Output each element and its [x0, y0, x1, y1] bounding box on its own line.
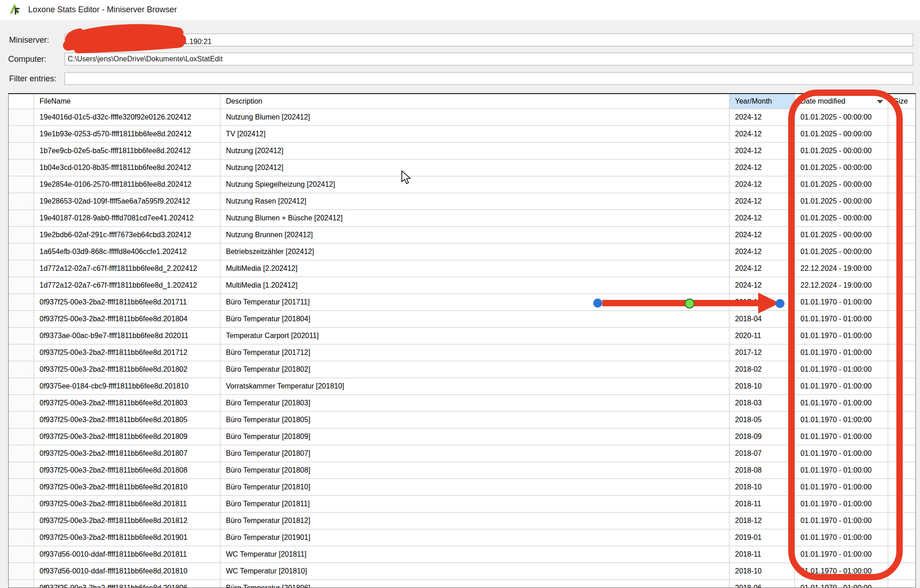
cell-yearmonth[interactable]: 2018-10 [730, 479, 795, 496]
cell-yearmonth[interactable]: 2024-12 [730, 260, 795, 277]
cell-description[interactable]: Büro Temperatur [201808] [220, 462, 730, 479]
cell-datemodified[interactable]: 01.01.1970 - 01:00:00 [795, 462, 888, 479]
cell-description[interactable]: Büro Temperatur [201901] [220, 529, 730, 546]
cell-yearmonth[interactable]: 2018-05 [730, 412, 795, 429]
cell-datemodified[interactable]: 01.01.2025 - 00:00:00 [795, 109, 888, 126]
cell-description[interactable]: Nutzung Brunnen [202412] [220, 227, 730, 244]
cell-filename[interactable]: 1b04e3cd-0120-8b35-ffff1811bb6fee8d.2024… [34, 159, 220, 176]
cell-filename[interactable]: 0f937f25-00e3-2ba2-ffff1811bb6fee8d.2018… [34, 311, 220, 328]
cell-filename[interactable]: 1b7ee9cb-02e5-ba5c-ffff1811bb6fee8d.2024… [34, 143, 220, 159]
cell-description[interactable]: MultiMedia [2.202412] [220, 260, 730, 277]
table-row[interactable]: 19e2bdb6-02af-291c-ffff7673eb64cbd3.2024… [9, 227, 915, 244]
cell-datemodified[interactable]: 01.01.1970 - 01:00:00 [795, 311, 888, 328]
table-row[interactable]: 0f937d56-0010-ddaf-ffff1811bb6fee8d.2018… [9, 546, 915, 563]
cell-datemodified[interactable]: 01.01.1970 - 01:00:00 [795, 496, 888, 513]
cell-description[interactable]: Büro Temperatur [201802] [220, 361, 730, 378]
cell-datemodified[interactable]: 01.01.2025 - 00:00:00 [795, 227, 888, 244]
cell-size[interactable] [888, 311, 916, 328]
cell-datemodified[interactable]: 01.01.2025 - 00:00:00 [795, 159, 888, 176]
row-selector-cell[interactable] [9, 244, 34, 260]
cell-datemodified[interactable]: 01.01.1970 - 01:00:00 [795, 445, 888, 462]
cell-description[interactable]: Büro Temperatur [201711] [220, 294, 730, 311]
cell-yearmonth[interactable]: 2020-11 [730, 328, 795, 344]
cell-filename[interactable]: 0f937f25-00e3-2ba2-ffff1811bb6fee8d.2018… [34, 395, 220, 412]
table-row[interactable]: 0f937f25-00e3-2ba2-ffff1811bb6fee8d.2018… [9, 429, 915, 445]
table-row[interactable]: 0f937f25-00e3-2ba2-ffff1811bb6fee8d.2018… [9, 462, 915, 479]
column-header-yearmonth[interactable]: Year/Month [730, 94, 795, 109]
table-row[interactable]: 0f937f25-00e3-2ba2-ffff1811bb6fee8d.2018… [9, 580, 915, 588]
row-selector-cell[interactable] [9, 462, 34, 479]
column-header-size[interactable]: Size [888, 94, 916, 109]
cell-datemodified[interactable]: 01.01.2025 - 00:00:00 [795, 176, 888, 193]
table-row[interactable]: 0f937f25-00e3-2ba2-ffff1811bb6fee8d.2018… [9, 496, 915, 513]
cell-datemodified[interactable]: 01.01.1970 - 01:00:00 [795, 378, 888, 395]
cell-size[interactable] [888, 529, 916, 546]
row-selector-cell[interactable] [9, 529, 34, 546]
cell-size[interactable] [888, 176, 916, 193]
cell-description[interactable]: Vorratskammer Temperatur [201810] [220, 378, 730, 395]
table-row[interactable]: 0f937f25-00e3-2ba2-ffff1811bb6fee8d.2018… [9, 479, 915, 496]
cell-description[interactable]: MultiMedia [1.202412] [220, 277, 730, 294]
cell-yearmonth[interactable]: 2018-08 [730, 462, 795, 479]
cell-yearmonth[interactable]: 2018-04 [730, 311, 795, 328]
cell-size[interactable] [888, 563, 916, 580]
cell-size[interactable] [888, 210, 916, 227]
cell-datemodified[interactable]: 01.01.2025 - 00:00:00 [795, 193, 888, 210]
cell-filename[interactable]: 0f937f25-00e3-2ba2-ffff1811bb6fee8d.2019… [34, 529, 220, 546]
row-selector-cell[interactable] [9, 513, 34, 529]
row-selector-cell[interactable] [9, 260, 34, 277]
row-selector-cell[interactable] [9, 378, 34, 395]
cell-yearmonth[interactable]: 2018-11 [730, 546, 795, 563]
table-row[interactable]: 1b7ee9cb-02e5-ba5c-ffff1811bb6fee8d.2024… [9, 143, 915, 159]
table-row[interactable]: 0f9375ee-0184-cbc9-ffff1811bb6fee8d.2018… [9, 378, 915, 395]
cell-yearmonth[interactable]: 2018-03 [730, 395, 795, 412]
cell-description[interactable]: Büro Temperatur [201804] [220, 311, 730, 328]
cell-size[interactable] [888, 580, 916, 588]
cell-datemodified[interactable]: 01.01.1970 - 01:00:00 [795, 361, 888, 378]
cell-datemodified[interactable]: 01.01.1970 - 01:00:00 [795, 563, 888, 580]
cell-datemodified[interactable]: 01.01.1970 - 01:00:00 [795, 529, 888, 546]
cell-yearmonth[interactable]: 2018-07 [730, 445, 795, 462]
cell-filename[interactable]: 1d772a12-02a7-c67f-ffff1811bb6fee8d_2.20… [34, 260, 220, 277]
table-row[interactable]: 0f937f25-00e3-2ba2-ffff1811bb6fee8d.2018… [9, 395, 915, 412]
row-selector-header[interactable] [9, 94, 34, 109]
cell-datemodified[interactable]: 01.01.1970 - 01:00:00 [795, 412, 888, 429]
cell-size[interactable] [888, 277, 916, 294]
cell-size[interactable] [888, 479, 916, 496]
row-selector-cell[interactable] [9, 328, 34, 344]
table-row[interactable]: 1a654efb-03d9-868c-fffffd8e406ccfe1.2024… [9, 244, 915, 260]
row-selector-cell[interactable] [9, 412, 34, 429]
cell-size[interactable] [888, 546, 916, 563]
row-selector-cell[interactable] [9, 126, 34, 143]
cell-yearmonth[interactable]: 2018-06 [730, 580, 795, 588]
cell-size[interactable] [888, 109, 916, 126]
cell-filename[interactable]: 0f937f25-00e3-2ba2-ffff1811bb6fee8d.2017… [34, 294, 220, 311]
cell-yearmonth[interactable]: 2024-12 [730, 176, 795, 193]
cell-yearmonth[interactable]: 2024-12 [730, 126, 795, 143]
cell-description[interactable]: Büro Temperatur [201811] [220, 496, 730, 513]
cell-description[interactable]: Büro Temperatur [201712] [220, 344, 730, 361]
cell-size[interactable] [888, 260, 916, 277]
table-row[interactable]: 0f937f25-00e3-2ba2-ffff1811bb6fee8d.2017… [9, 294, 915, 311]
row-selector-cell[interactable] [9, 109, 34, 126]
cell-description[interactable]: Nutzung Spiegelheizung [202412] [220, 176, 730, 193]
cell-yearmonth[interactable]: 2019-01 [730, 529, 795, 546]
cell-filename[interactable]: 0f9375ee-0184-cbc9-ffff1811bb6fee8d.2018… [34, 378, 220, 395]
table-row[interactable]: 0f937f25-00e3-2ba2-ffff1811bb6fee8d.2018… [9, 445, 915, 462]
cell-filename[interactable]: 19e1b93e-0253-d570-ffff1811bb6fee8d.2024… [34, 126, 220, 143]
table-row[interactable]: 0f937f25-00e3-2ba2-ffff1811bb6fee8d.2018… [9, 513, 915, 529]
cell-size[interactable] [888, 361, 916, 378]
cell-filename[interactable]: 19e40187-0128-9ab0-ffffd7081cd7ee41.2024… [34, 210, 220, 227]
row-selector-cell[interactable] [9, 546, 34, 563]
row-selector-cell[interactable] [9, 361, 34, 378]
cell-datemodified[interactable]: 01.01.1970 - 01:00:00 [795, 328, 888, 344]
computer-input[interactable] [65, 53, 913, 65]
cell-size[interactable] [888, 344, 916, 361]
row-selector-cell[interactable] [9, 143, 34, 159]
cell-description[interactable]: Büro Temperatur [201810] [220, 479, 730, 496]
cell-size[interactable] [888, 126, 916, 143]
table-row[interactable]: 19e2854e-0106-2570-ffff1811bb6fee8d.2024… [9, 176, 915, 193]
cell-size[interactable] [888, 143, 916, 159]
table-row[interactable]: 19e28653-02ad-109f-ffff5ae6a7a595f9.2024… [9, 193, 915, 210]
cell-filename[interactable]: 0f937f25-00e3-2ba2-ffff1811bb6fee8d.2018… [34, 513, 220, 529]
